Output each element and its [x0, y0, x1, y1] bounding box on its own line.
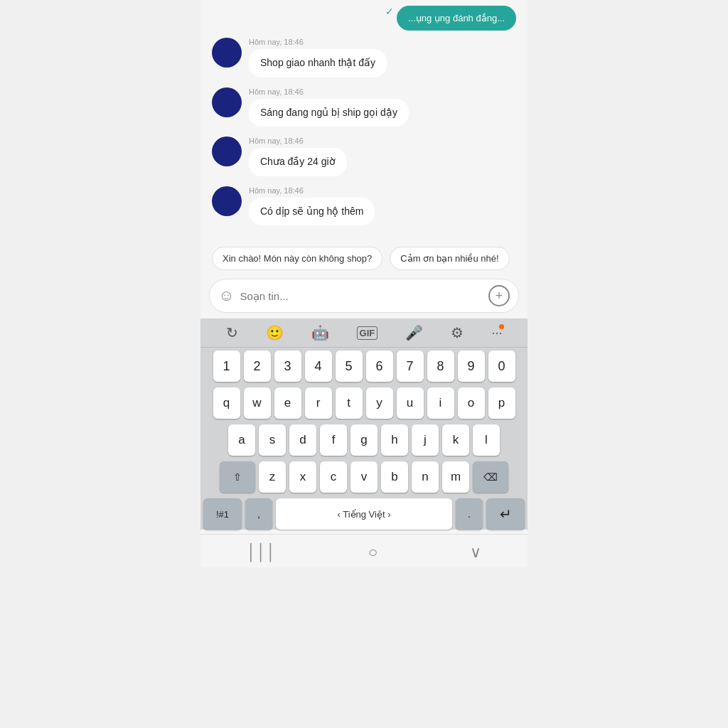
key-2[interactable]: 2 [244, 350, 271, 382]
message-bubble: Chưa đầy 24 giờ [249, 148, 347, 176]
sent-message-bubble: ...ụng ụng đánh đắng... [397, 6, 516, 31]
space-key[interactable]: ‹ Tiếng Việt › [276, 498, 452, 530]
key-1[interactable]: 1 [213, 350, 240, 382]
asdf-row: a s d f g h j k l [203, 424, 525, 456]
message-bubble: Có dịp sẽ ủng hộ thêm [249, 198, 375, 226]
key-k[interactable]: k [442, 424, 469, 456]
key-o[interactable]: o [458, 387, 485, 419]
message-content: Hôm nay, 18:46 Shop giao nhanh thật đấy [249, 38, 387, 77]
key-z[interactable]: z [259, 461, 286, 493]
key-7[interactable]: 7 [397, 350, 424, 382]
key-y[interactable]: y [366, 387, 393, 419]
shift-key[interactable]: ⇧ [220, 461, 255, 493]
key-f[interactable]: f [320, 424, 347, 456]
chat-area: ✓ ...ụng ụng đánh đắng... Hôm nay, 18:46… [200, 0, 528, 241]
enter-key[interactable]: ↵ [486, 498, 525, 530]
keyboard-toolbar: ↻ 🙂 🤖 GIF 🎤 ⚙ ··· [200, 318, 528, 348]
gif-icon[interactable]: GIF [357, 326, 378, 340]
avatar [212, 186, 242, 216]
sticker-icon[interactable]: 🤖 [311, 324, 329, 341]
quick-replies: Xin chào! Món này còn không shop? Cảm ơn… [200, 241, 528, 279]
settings-icon[interactable]: ⚙ [451, 324, 464, 341]
input-bar: ☺ + [209, 279, 519, 313]
key-u[interactable]: u [397, 387, 424, 419]
key-5[interactable]: 5 [336, 350, 363, 382]
key-q[interactable]: q [213, 387, 240, 419]
key-i[interactable]: i [427, 387, 454, 419]
message-bubble: Sáng đang ngủ bị ship gọi dậy [249, 99, 409, 127]
message-time: Hôm nay, 18:46 [249, 186, 375, 195]
key-e[interactable]: e [274, 387, 301, 419]
key-g[interactable]: g [350, 424, 378, 456]
message-content: Hôm nay, 18:46 Sáng đang ngủ bị ship gọi… [249, 87, 409, 127]
backspace-key[interactable]: ⌫ [473, 461, 508, 493]
key-c[interactable]: c [320, 461, 347, 493]
home-nav-icon[interactable]: ○ [368, 543, 378, 562]
key-b[interactable]: b [381, 461, 408, 493]
qwerty-row: q w e r t y u i o p [203, 387, 525, 419]
key-9[interactable]: 9 [458, 350, 485, 382]
bottom-row: !#1 , ‹ Tiếng Việt › . ↵ [203, 498, 525, 530]
symbols-key[interactable]: !#1 [203, 498, 242, 530]
avatar [212, 87, 242, 117]
message-time: Hôm nay, 18:46 [249, 136, 347, 145]
key-8[interactable]: 8 [427, 350, 454, 382]
emoji-icon[interactable]: ☺ [218, 287, 234, 305]
avatar [212, 38, 242, 68]
add-button[interactable]: + [488, 285, 510, 306]
key-4[interactable]: 4 [305, 350, 332, 382]
key-r[interactable]: r [305, 387, 332, 419]
back-nav-icon[interactable]: │││ [247, 543, 276, 562]
key-x[interactable]: x [289, 461, 316, 493]
avatar [212, 136, 242, 166]
key-w[interactable]: w [244, 387, 271, 419]
mic-icon[interactable]: 🎤 [405, 324, 423, 341]
key-p[interactable]: p [488, 387, 515, 419]
key-a[interactable]: a [228, 424, 255, 456]
message-row: Hôm nay, 18:46 Chưa đầy 24 giờ [212, 136, 516, 176]
key-6[interactable]: 6 [366, 350, 393, 382]
number-row: 1 2 3 4 5 6 7 8 9 0 [203, 350, 525, 382]
message-row: Hôm nay, 18:46 Có dịp sẽ ủng hộ thêm [212, 186, 516, 226]
notification-dot [499, 324, 504, 329]
quick-reply-chip-1[interactable]: Xin chào! Món này còn không shop? [212, 247, 382, 270]
message-bubble: Shop giao nhanh thật đấy [249, 49, 387, 77]
key-t[interactable]: t [336, 387, 363, 419]
key-s[interactable]: s [259, 424, 286, 456]
quick-reply-chip-2[interactable]: Cảm ơn bạn nhiều nhé! [390, 247, 509, 270]
key-n[interactable]: n [412, 461, 439, 493]
key-v[interactable]: v [350, 461, 378, 493]
message-time: Hôm nay, 18:46 [249, 38, 387, 46]
key-h[interactable]: h [381, 424, 408, 456]
clipboard-icon[interactable]: ↻ [226, 324, 238, 341]
message-content: Hôm nay, 18:46 Có dịp sẽ ủng hộ thêm [249, 186, 375, 226]
top-teal-bar: ✓ ...ụng ụng đánh đắng... [212, 6, 516, 31]
keyboard: 1 2 3 4 5 6 7 8 9 0 q w e r t y u i o p … [200, 348, 528, 530]
emoji-toolbar-icon[interactable]: 🙂 [266, 324, 284, 341]
key-d[interactable]: d [289, 424, 316, 456]
message-input[interactable] [240, 290, 488, 302]
recents-nav-icon[interactable]: ∨ [470, 543, 481, 562]
message-row: Hôm nay, 18:46 Sáng đang ngủ bị ship gọi… [212, 87, 516, 127]
phone-frame: ✓ ...ụng ụng đánh đắng... Hôm nay, 18:46… [200, 0, 528, 567]
period-key[interactable]: . [456, 498, 483, 530]
comma-key[interactable]: , [245, 498, 272, 530]
more-icon[interactable]: ··· [491, 326, 502, 341]
key-l[interactable]: l [473, 424, 500, 456]
message-content: Hôm nay, 18:46 Chưa đầy 24 giờ [249, 136, 347, 176]
key-0[interactable]: 0 [488, 350, 515, 382]
message-time: Hôm nay, 18:46 [249, 87, 409, 96]
zxcv-row: ⇧ z x c v b n m ⌫ [203, 461, 525, 493]
message-row: Hôm nay, 18:46 Shop giao nhanh thật đấy [212, 38, 516, 77]
checkmark-icon: ✓ [385, 6, 394, 31]
nav-bar: │││ ○ ∨ [200, 534, 528, 567]
key-3[interactable]: 3 [274, 350, 301, 382]
key-j[interactable]: j [412, 424, 439, 456]
key-m[interactable]: m [442, 461, 469, 493]
